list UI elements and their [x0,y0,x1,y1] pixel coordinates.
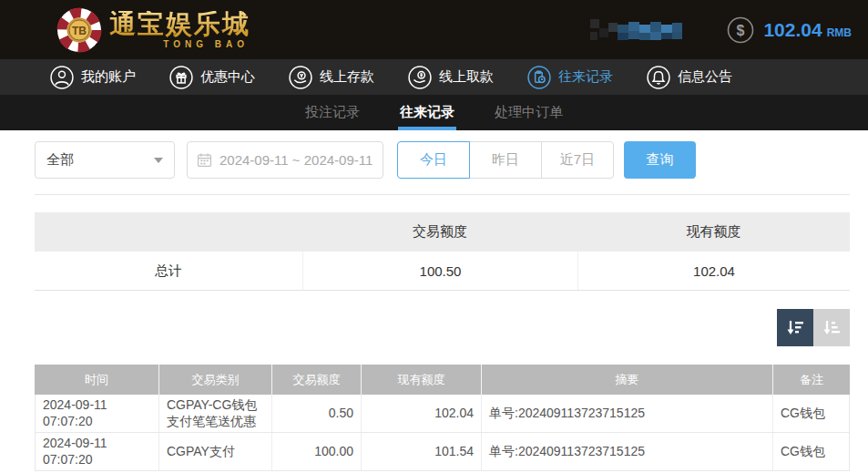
cell-time: 2024-09-11 07:07:20 [36,395,159,432]
cell-summary: 单号:202409113723715125 [482,433,773,470]
tab-label: 往来记录 [400,104,454,121]
active-tab-underline [398,127,456,130]
date-range-value: 2024-09-11 ~ 2024-09-11 [220,152,373,168]
summary-total-label: 总计 [35,252,302,290]
search-button[interactable]: 查询 [624,141,696,179]
summary-header-row: 交易额度 现有额度 [35,212,850,252]
cell-balance: 101.54 [362,433,482,470]
nav-label: 信息公告 [678,68,732,86]
tab-processing-orders[interactable]: 处理中订单 [493,95,565,130]
date-range-input[interactable]: 2024-09-11 ~ 2024-09-11 [187,141,383,179]
tab-transaction-records[interactable]: 往来记录 [398,95,456,130]
records-icon [527,66,551,89]
summary-total-trade-amount: 100.50 [302,252,577,290]
records-col-note: 备注 [773,365,850,395]
main-nav: 我的账户 优惠中心 线上存款 线上取款 [0,59,868,95]
brand-name-en: TONG BAO [109,39,250,49]
tab-betting-records[interactable]: 投注记录 [303,95,362,130]
cell-amount: 100.00 [272,433,362,470]
summary-col-empty [35,212,302,252]
chip-tb-text: TB [72,25,87,37]
brand-logo[interactable]: TB 通宝娱乐城 TONG BAO [56,7,250,53]
records-col-trade-amount: 交易额度 [272,365,362,395]
chevron-down-icon [154,158,163,163]
cell-note: CG钱包 [773,395,849,432]
cell-summary: 单号:202409113723715125 [482,395,773,432]
summary-col-trade-amount: 交易额度 [302,212,577,252]
casino-chip-icon: TB [56,7,102,53]
calendar-icon [197,152,212,168]
nav-item-records[interactable]: 往来记录 [527,66,613,89]
records-col-summary: 摘要 [482,365,773,395]
nav-label: 我的账户 [81,68,136,86]
brand-name-cn: 通宝娱乐城 [109,11,250,37]
sub-nav: 投注记录 往来记录 处理中订单 [0,95,868,130]
range-yesterday-button[interactable]: 昨日 [469,141,542,179]
type-select[interactable]: 全部 [35,141,175,179]
table-row: 2024-09-11 07:07:20 CGPAY-CG钱包支付笔笔送优惠 0.… [36,395,849,433]
records-table: 时间 交易类别 交易额度 现有额度 摘要 备注 2024-09-11 07:07… [35,365,850,471]
divider [35,194,850,195]
content-area: 全部 2024-09-11 ~ 2024-09-11 今日 昨日 近7日 查询 [0,130,868,471]
cell-time: 2024-09-11 07:07:20 [36,433,159,470]
sort-controls [35,309,850,346]
balance-currency: RMB [827,26,852,39]
records-header-row: 时间 交易类别 交易额度 现有额度 摘要 备注 [35,365,850,395]
user-icon [50,66,74,89]
records-body: 2024-09-11 07:07:20 CGPAY-CG钱包支付笔笔送优惠 0.… [35,395,850,471]
gift-icon [169,66,193,89]
balance-amount: 102.04 [763,19,822,41]
range-last7days-button[interactable]: 近7日 [541,141,614,179]
type-select-value: 全部 [46,151,74,169]
top-header: TB 通宝娱乐城 TONG BAO [0,0,868,59]
nav-item-announcements[interactable]: 信息公告 [647,66,732,89]
nav-label: 优惠中心 [200,68,255,86]
sort-descending-button[interactable] [777,309,813,346]
summary-table: 交易额度 现有额度 总计 100.50 102.04 [35,212,850,291]
summary-total-current-amount: 102.04 [577,252,850,290]
range-today-button[interactable]: 今日 [397,141,470,179]
nav-item-withdraw[interactable]: 线上取款 [408,66,494,89]
records-col-type: 交易类别 [159,365,272,395]
nav-item-deposit[interactable]: 线上存款 [289,66,374,89]
nav-label: 线上取款 [439,68,494,86]
bell-icon [647,66,670,89]
sort-descending-icon [784,317,806,339]
dollar-circle-icon: $ [727,16,754,44]
nav-label: 线上存款 [320,68,374,86]
nav-item-promotions[interactable]: 优惠中心 [169,66,255,89]
records-col-time: 时间 [35,365,159,395]
summary-col-current-amount: 现有额度 [577,212,850,252]
cell-type: CGPAY-CG钱包支付笔笔送优惠 [159,395,272,432]
table-row: 2024-09-11 07:07:20 CGPAY支付 100.00 101.5… [36,433,849,470]
summary-total-row: 总计 100.50 102.04 [35,252,850,291]
deposit-icon [289,66,312,89]
sort-ascending-icon [821,317,842,339]
nav-label: 往来记录 [558,68,613,86]
filter-row: 全部 2024-09-11 ~ 2024-09-11 今日 昨日 近7日 查询 [35,141,850,179]
withdraw-icon [408,66,432,89]
quick-range-group: 今日 昨日 近7日 [397,141,614,179]
nav-item-my-account[interactable]: 我的账户 [50,66,136,89]
tab-label: 投注记录 [305,104,360,121]
account-area: $ 102.04 RMB [590,16,852,44]
tab-label: 处理中订单 [495,104,563,121]
cell-amount: 0.50 [272,395,362,432]
blurred-username [590,17,692,43]
cell-type: CGPAY支付 [159,433,272,470]
cell-balance: 102.04 [362,395,482,432]
cell-note: CG钱包 [773,433,849,470]
sort-ascending-button[interactable] [813,309,850,346]
records-col-current-amount: 现有额度 [362,365,482,395]
dollar-symbol: $ [737,23,745,38]
